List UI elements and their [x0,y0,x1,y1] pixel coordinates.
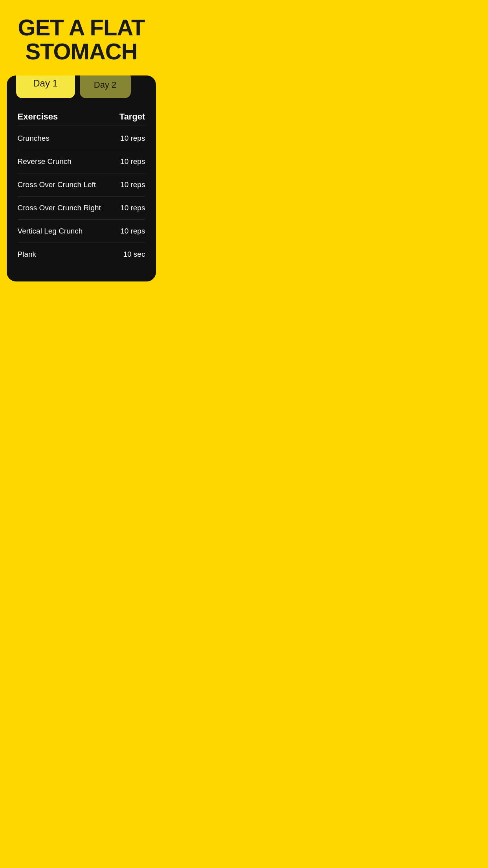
exercise-target: 10 reps [120,157,145,166]
exercise-target: 10 reps [120,180,145,189]
tab-day1[interactable]: Day 1 [16,75,75,98]
exercise-name: Cross Over Crunch Left [18,180,96,189]
col-exercises-label: Exercises [18,112,58,122]
exercise-name: Vertical Leg Crunch [18,227,83,235]
header-divider [18,125,145,125]
table-row: Reverse Crunch 10 reps [7,150,156,173]
table-row: Cross Over Crunch Left 10 reps [7,173,156,196]
table-header: Exercises Target [7,102,156,125]
col-target-label: Target [119,112,145,122]
table-row: Plank 10 sec [7,243,156,266]
exercise-target: 10 reps [120,227,145,235]
table-row: Cross Over Crunch Right 10 reps [7,197,156,219]
tab-day2[interactable]: Day 2 [80,75,131,98]
exercise-name: Reverse Crunch [18,157,72,166]
exercise-name: Cross Over Crunch Right [18,204,101,212]
exercise-name: Plank [18,250,37,259]
exercise-name: Crunches [18,134,50,143]
table-row: Vertical Leg Crunch 10 reps [7,220,156,243]
exercise-target: 10 reps [120,204,145,212]
page-title: GET A FLAT STOMACH [8,16,155,64]
exercise-target: 10 reps [120,134,145,143]
exercise-target: 10 sec [123,250,145,259]
tabs-container: Day 1 Day 2 [7,75,156,98]
table-row: Crunches 10 reps [7,127,156,150]
header: GET A FLAT STOMACH [0,0,163,75]
workout-card: Day 1 Day 2 Exercises Target Crunches 10… [7,75,156,281]
